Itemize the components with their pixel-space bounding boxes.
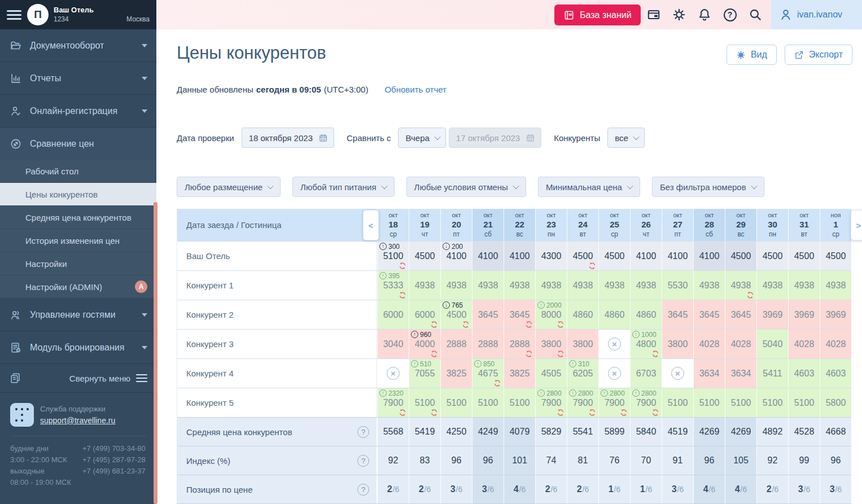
refresh-icon xyxy=(557,321,565,328)
index-cell: 99 xyxy=(788,446,820,475)
price-cell: 3040 xyxy=(377,330,409,358)
sidebar-subitem-5[interactable]: Настройки (ADMIN)A xyxy=(0,275,156,299)
sidebar-subitem-0[interactable]: Рабочий стол xyxy=(0,160,156,183)
support-email-link[interactable]: support@travelline.ru xyxy=(40,415,115,426)
sidebar-subitem-4[interactable]: Настройки xyxy=(0,252,156,275)
knowledge-base-button[interactable]: База знаний xyxy=(554,5,641,25)
price-value: 8000 xyxy=(541,310,562,320)
sidebar-subitem-1[interactable]: Цены конкурентов xyxy=(0,183,156,206)
summary-value: 4528 xyxy=(794,427,815,437)
chevron-down-icon xyxy=(434,134,440,140)
row-label: Конкурент 3 xyxy=(177,330,377,358)
price-value: 6000 xyxy=(415,310,435,320)
price-cell: 5040 xyxy=(756,330,788,358)
price-value: 4100 xyxy=(478,251,498,261)
arrow-up-circle-icon: ↑ xyxy=(379,243,387,250)
compare-date-input: 17 октября 2023 xyxy=(449,128,541,148)
filter-label: Любое размещение xyxy=(185,182,262,192)
price-change-annotation: ↑510 xyxy=(411,360,431,367)
avg-cell: 4079 xyxy=(504,418,535,446)
filter-select-2[interactable]: Любые условия отмены xyxy=(406,177,526,197)
summary-value: 70 xyxy=(641,455,651,466)
summary-value: 5541 xyxy=(573,427,593,437)
sidebar-subitem-3[interactable]: История изменения цен xyxy=(0,229,156,252)
price-cell: 5800 xyxy=(820,388,851,417)
price-cell: 4860 xyxy=(630,300,662,329)
filter-select-1[interactable]: Любой тип питания xyxy=(292,177,394,197)
sidebar-item-price-comparison[interactable]: Сравнение цен xyxy=(0,128,156,160)
sidebar-item-guest-management[interactable]: Управление гостями xyxy=(0,299,156,331)
arrow-up-circle-icon: ↑ xyxy=(632,389,640,397)
sidebar-item-documents[interactable]: Документооборот xyxy=(0,29,156,62)
price-value: 5100 xyxy=(510,398,530,408)
filter-select-4[interactable]: Без фильтра номеров xyxy=(652,177,764,197)
filter-select-3[interactable]: Минимальная цена xyxy=(538,177,640,197)
price-cell: 4028 xyxy=(693,330,725,358)
avg-cell: 4269 xyxy=(725,418,756,446)
help-circle-icon[interactable]: ? xyxy=(357,426,369,438)
sidebar-scrollbar[interactable] xyxy=(154,202,157,504)
price-value: 4028 xyxy=(826,339,846,349)
price-value: 3800 xyxy=(573,339,593,349)
scroll-right-button[interactable]: > xyxy=(851,210,862,240)
view-button[interactable]: Вид xyxy=(727,45,777,65)
price-cell: 3800 xyxy=(662,330,693,358)
arrow-up-circle-icon: ↑ xyxy=(411,360,418,367)
help-circle-icon[interactable]: ? xyxy=(357,455,369,467)
collapse-menu-button[interactable]: Свернуть меню xyxy=(69,374,147,383)
scroll-left-button[interactable]: < xyxy=(363,210,379,240)
page-title: Цены конкурентов xyxy=(177,43,326,63)
price-value: 6205 xyxy=(573,369,593,379)
sidebar-subitem-2[interactable]: Средняя цена конкурентов xyxy=(0,206,156,229)
sidebar-submenu: Рабочий столЦены конкурентовСредняя цена… xyxy=(0,160,156,299)
check-date-input[interactable]: 18 октября 2023 xyxy=(242,128,334,148)
schedule-row-2: выходные+7 (499) 681-23-37 xyxy=(10,466,146,477)
position-cell: 2/6 xyxy=(409,475,440,503)
help-icon[interactable]: ? xyxy=(722,7,738,23)
sidebar-item-reports[interactable]: Отчеты xyxy=(0,62,156,95)
help-circle-icon[interactable]: ? xyxy=(357,484,369,496)
admin-badge: A xyxy=(135,281,147,293)
summary-row-index: Индекс (%)?92839696101748176709196105929… xyxy=(177,446,851,475)
index-cell: 70 xyxy=(630,446,662,475)
settings-icon[interactable] xyxy=(671,7,687,23)
price-cell: 2888 xyxy=(504,330,535,358)
refresh-icon xyxy=(525,321,533,328)
price-cell: 4603 xyxy=(820,359,851,388)
filter-select-0[interactable]: Любое размещение xyxy=(177,177,281,197)
notifications-icon[interactable] xyxy=(697,7,712,23)
refresh-icon xyxy=(557,350,565,358)
price-cell: 3634 xyxy=(693,359,725,388)
price-value: 7900 xyxy=(383,398,404,408)
price-value: 4500 xyxy=(605,251,625,261)
price-cell: 4500 xyxy=(409,242,440,270)
competitor-row-1: Конкурент 1↑3955333493849384938493849384… xyxy=(177,270,851,300)
search-icon[interactable] xyxy=(747,7,763,23)
sidebar-item-online-registration[interactable]: Онлайн-регистрация xyxy=(0,95,156,128)
user-menu[interactable]: ivan.ivanov xyxy=(771,0,862,29)
pages-icon[interactable] xyxy=(9,372,21,384)
competitors-select[interactable]: все xyxy=(607,128,645,148)
refresh-report-link[interactable]: Обновить отчет xyxy=(384,85,447,94)
sidebar-item-booking-module[interactable]: Модуль бронирования xyxy=(0,331,156,364)
sidebar-subitem-label: Средняя цена конкурентов xyxy=(25,213,132,222)
calendar-icon xyxy=(526,133,535,143)
username: ivan.ivanov xyxy=(797,10,842,20)
price-value: 3825 xyxy=(447,369,467,379)
payments-icon[interactable] xyxy=(646,7,662,23)
price-value: 4860 xyxy=(636,310,657,320)
price-value: 5100 xyxy=(699,398,720,408)
price-cell: 3825 xyxy=(504,359,535,388)
refresh-icon xyxy=(430,409,438,417)
summary-row-label: Позиция по цене? xyxy=(177,475,377,503)
arrow-up-circle-icon: ↑ xyxy=(601,389,608,397)
main-content: Цены конкурентов Вид Экспорт Данные обно… xyxy=(156,29,862,504)
compare-select[interactable]: Вчера xyxy=(398,128,445,148)
menu-toggle-icon[interactable] xyxy=(7,10,21,20)
index-cell: 96 xyxy=(440,446,472,475)
avg-cell: 5568 xyxy=(377,418,409,446)
price-cell: ↑23207900 xyxy=(377,388,409,417)
export-button[interactable]: Экспорт xyxy=(785,45,852,65)
price-cell: 4300 xyxy=(535,242,567,270)
price-cell: 4028 xyxy=(820,330,851,358)
